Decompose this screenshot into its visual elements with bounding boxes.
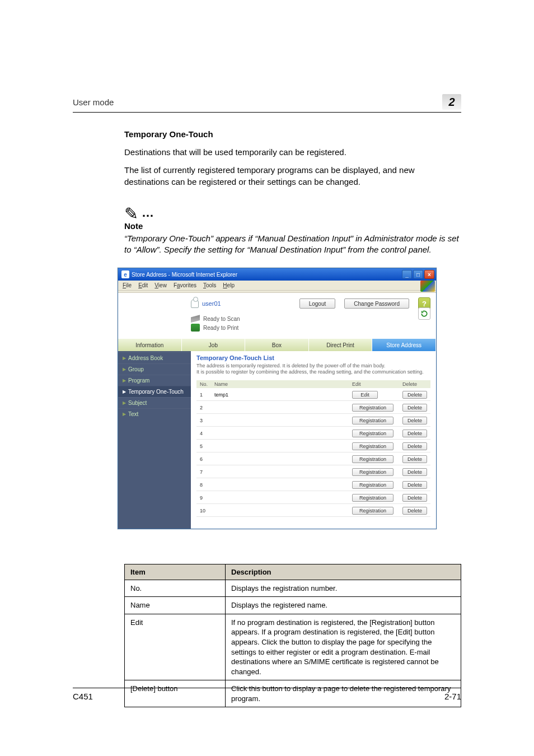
- cell-edit: Registration: [349, 428, 399, 440]
- cell-name: [211, 493, 349, 504]
- menu-view[interactable]: View: [154, 282, 167, 288]
- cell-edit: Edit: [349, 390, 399, 401]
- sidebar-item-group[interactable]: ▶Group: [118, 363, 191, 375]
- cell-edit: Registration: [349, 416, 399, 427]
- table-row: 7RegistrationDelete: [196, 467, 430, 478]
- scanner-icon: [191, 315, 200, 323]
- menu-bar: File Edit View Favorites Tools Help: [118, 281, 436, 291]
- temporary-one-touch-table: No. Name Edit Delete 1temp1EditDelete2Re…: [196, 379, 430, 519]
- close-button[interactable]: ×: [424, 270, 434, 279]
- delete-button[interactable]: Delete: [402, 442, 427, 450]
- menu-tools[interactable]: Tools: [203, 282, 216, 288]
- table-row: 1temp1EditDelete: [196, 390, 430, 401]
- edit-button[interactable]: Registration: [352, 481, 394, 489]
- tab-job[interactable]: Job: [182, 339, 246, 351]
- sidebar-item-subject[interactable]: ▶Subject: [118, 397, 191, 408]
- table-row: 6RegistrationDelete: [196, 454, 430, 465]
- screenshot-window: e Store Address - Microsoft Internet Exp…: [118, 268, 461, 529]
- th-name: Name: [211, 380, 349, 388]
- tab-store-address[interactable]: Store Address: [372, 339, 436, 351]
- table-row: 2RegistrationDelete: [196, 403, 430, 414]
- maximize-button[interactable]: □: [413, 270, 423, 279]
- edit-button[interactable]: Registration: [352, 507, 394, 515]
- user-name: user01: [202, 300, 221, 307]
- sidebar-item-temporary-one-touch[interactable]: ▶Temporary One-Touch: [118, 386, 191, 397]
- sidebar-item-address-book[interactable]: ▶Address Book: [118, 352, 191, 363]
- cell-delete: Delete: [399, 506, 430, 517]
- delete-button[interactable]: Delete: [402, 494, 427, 502]
- cell-delete: Delete: [399, 493, 430, 504]
- cell-edit: Registration: [349, 454, 399, 465]
- cell-name: [211, 403, 349, 414]
- th-delete: Delete: [399, 380, 430, 388]
- edit-button[interactable]: Registration: [352, 430, 394, 437]
- printer-icon: [191, 324, 200, 332]
- cell-delete: Delete: [399, 416, 430, 427]
- cell-edit: Registration: [349, 480, 399, 491]
- delete-button[interactable]: Delete: [402, 391, 427, 399]
- edit-button[interactable]: Registration: [352, 417, 394, 424]
- edit-button[interactable]: Edit: [352, 391, 378, 399]
- window-titlebar: e Store Address - Microsoft Internet Exp…: [118, 268, 436, 281]
- desc-th-item: Item: [125, 564, 226, 580]
- edit-button[interactable]: Registration: [352, 404, 394, 412]
- cell-delete: Delete: [399, 390, 430, 401]
- menu-edit[interactable]: Edit: [138, 282, 148, 288]
- cell-no: 7: [196, 467, 211, 478]
- header-section: User mode: [73, 97, 114, 107]
- delete-button[interactable]: Delete: [402, 417, 427, 424]
- desc-description: Displays the registration number.: [226, 580, 461, 597]
- cell-no: 2: [196, 403, 211, 414]
- cell-no: 9: [196, 493, 211, 504]
- cell-delete: Delete: [399, 480, 430, 491]
- edit-button[interactable]: Registration: [352, 455, 394, 463]
- cell-name: [211, 454, 349, 465]
- delete-button[interactable]: Delete: [402, 468, 427, 476]
- tab-direct-print[interactable]: Direct Print: [309, 339, 373, 351]
- desc-row: NameDisplays the registered name.: [125, 597, 461, 614]
- menu-help[interactable]: Help: [223, 282, 235, 288]
- delete-button[interactable]: Delete: [402, 404, 427, 412]
- desc-row: EditIf no program destination is registe…: [125, 614, 461, 680]
- section-title: Temporary One-Touch: [124, 129, 461, 139]
- sidebar-item-text[interactable]: ▶Text: [118, 408, 191, 419]
- cell-edit: Registration: [349, 506, 399, 517]
- edit-button[interactable]: Registration: [352, 468, 394, 476]
- delete-button[interactable]: Delete: [402, 430, 427, 437]
- refresh-button[interactable]: [418, 307, 430, 320]
- user-icon: [191, 299, 199, 308]
- table-row: 5RegistrationDelete: [196, 441, 430, 452]
- description-table: Item Description No.Displays the registr…: [124, 564, 461, 707]
- cell-edit: Registration: [349, 493, 399, 504]
- menu-favorites[interactable]: Favorites: [174, 282, 196, 288]
- minimize-button[interactable]: _: [402, 270, 412, 279]
- cell-name: temp1: [211, 390, 349, 401]
- cell-name: [211, 480, 349, 491]
- tab-information[interactable]: Information: [118, 339, 182, 351]
- table-row: 3RegistrationDelete: [196, 416, 430, 427]
- sidebar: ▶Address Book ▶Group ▶Program ▶Temporary…: [118, 351, 191, 529]
- cell-name: [211, 428, 349, 440]
- note-block: ✎ … Note “Temporary One-Touch” appears i…: [124, 203, 461, 256]
- desc-item: No.: [125, 580, 226, 597]
- section-para-1: Destinations that will be used temporari…: [124, 147, 461, 158]
- cell-no: 1: [196, 390, 211, 401]
- sidebar-item-program[interactable]: ▶Program: [118, 375, 191, 386]
- delete-button[interactable]: Delete: [402, 507, 427, 515]
- desc-row: No.Displays the registration number.: [125, 580, 461, 597]
- edit-button[interactable]: Registration: [352, 494, 394, 502]
- change-password-button[interactable]: Change Password: [344, 298, 409, 309]
- logout-button[interactable]: Logout: [299, 298, 336, 309]
- delete-button[interactable]: Delete: [402, 481, 427, 489]
- cell-edit: Registration: [349, 403, 399, 414]
- pane-title: Temporary One-Touch List: [196, 354, 430, 361]
- section-para-2: The list of currently registered tempora…: [124, 165, 461, 188]
- cell-no: 10: [196, 506, 211, 517]
- cell-no: 8: [196, 480, 211, 491]
- delete-button[interactable]: Delete: [402, 455, 427, 463]
- tab-box[interactable]: Box: [245, 339, 309, 351]
- pane-desc: The address is temporarily registered. I…: [196, 363, 430, 375]
- cell-edit: Registration: [349, 467, 399, 478]
- menu-file[interactable]: File: [123, 282, 132, 288]
- edit-button[interactable]: Registration: [352, 442, 394, 450]
